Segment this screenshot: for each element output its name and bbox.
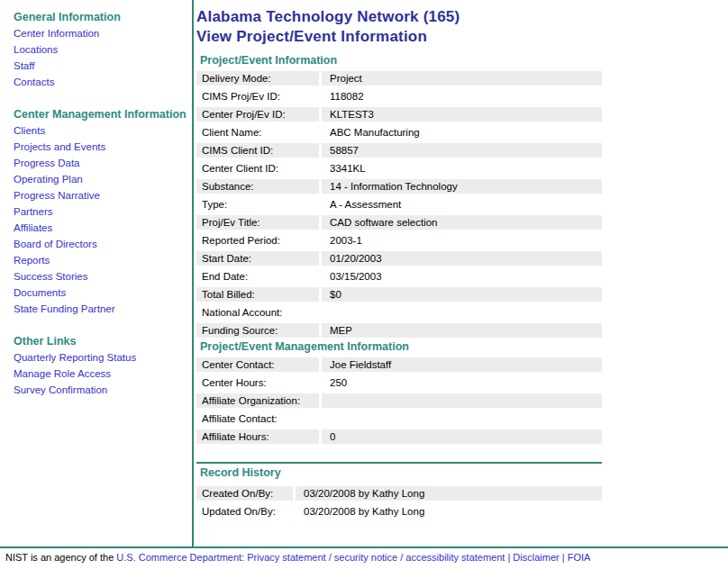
field-label-cims-client-id: CIMS Client ID: <box>196 143 319 158</box>
table-row: Funding Source: MEP <box>196 323 602 338</box>
field-label-reported-period: Reported Period: <box>196 233 319 248</box>
table-row: Client Name: ABC Manufacturing <box>196 125 602 140</box>
sidebar-item-projects-and-events[interactable]: Projects and Events <box>14 139 190 155</box>
footer-separator: / <box>329 552 332 563</box>
field-value-total-billed: $0 <box>322 287 602 302</box>
field-label-updated-on-by: Updated On/By: <box>196 504 293 519</box>
field-label-affiliate-organization: Affiliate Organization: <box>196 393 319 408</box>
table-row: Total Billed: $0 <box>196 287 602 302</box>
field-label-center-proj-ev-id: Center Proj/Ev ID: <box>196 107 319 122</box>
footer-separator: | <box>507 552 510 563</box>
table-row: Substance: 14 - Information Technology <box>196 179 602 194</box>
sidebar-item-manage-role-access[interactable]: Manage Role Access <box>14 366 190 382</box>
field-label-proj-ev-title: Proj/Ev Title: <box>196 215 319 230</box>
table-row: Center Contact: Joe Fieldstaff <box>196 357 602 372</box>
field-value-center-client-id: 3341KL <box>322 161 602 176</box>
section-record-history: Record History Created On/By: 03/20/2008… <box>196 462 602 519</box>
field-value-type: A - Assessment <box>322 197 602 212</box>
field-label-affiliate-hours: Affiliate Hours: <box>196 429 319 444</box>
field-value-delivery-mode: Project <box>322 71 602 86</box>
field-value-funding-source: MEP <box>322 323 602 338</box>
sidebar-section-header: Other Links <box>14 333 190 349</box>
table-row: Reported Period: 2003-1 <box>196 233 602 248</box>
field-value-cims-proj-ev-id: 118082 <box>322 89 602 104</box>
table-row: Proj/Ev Title: CAD software selection <box>196 215 602 230</box>
field-label-type: Type: <box>196 197 319 212</box>
sidebar-section-items: Clients Projects and Events Progress Dat… <box>14 122 190 317</box>
sidebar-item-affiliates[interactable]: Affiliates <box>14 220 190 236</box>
field-value-cims-client-id: 58857 <box>322 143 602 158</box>
field-label-cims-proj-ev-id: CIMS Proj/Ev ID: <box>196 89 319 104</box>
field-label-national-account: National Account: <box>196 305 319 320</box>
field-value-center-hours: 250 <box>322 375 602 390</box>
field-value-reported-period: 2003-1 <box>322 233 602 248</box>
sidebar-item-operating-plan[interactable]: Operating Plan <box>14 171 190 187</box>
table-row: Updated On/By: 03/20/2008 by Kathy Long <box>196 504 602 519</box>
table-row: End Date: 03/15/2003 <box>196 269 602 284</box>
section-divider <box>196 462 602 464</box>
footer-agency-text: NIST is an agency of the <box>5 552 114 563</box>
sidebar-item-state-funding-partner[interactable]: State Funding Partner <box>14 301 190 317</box>
field-label-center-hours: Center Hours: <box>196 375 319 390</box>
info-sections: Project/Event Information Delivery Mode:… <box>196 55 602 519</box>
table-row: Center Client ID: 3341KL <box>196 161 602 176</box>
table-row: Center Hours: 250 <box>196 375 602 390</box>
table-row: CIMS Client ID: 58857 <box>196 143 602 158</box>
field-label-client-name: Client Name: <box>196 125 319 140</box>
center-name-title: Alabama Technology Network (165) <box>196 7 602 27</box>
sidebar-item-success-stories[interactable]: Success Stories <box>14 268 190 284</box>
foia-link[interactable]: FOIA <box>568 552 591 563</box>
sidebar-section: Other Links Quarterly Reporting Status M… <box>14 333 190 398</box>
sidebar-item-center-information[interactable]: Center Information <box>14 25 190 41</box>
sidebar-item-progress-data[interactable]: Progress Data <box>14 155 190 171</box>
accessibility-statement-link[interactable]: accessibility statement <box>405 552 505 563</box>
sidebar-section-header: General Information <box>14 9 190 25</box>
field-value-substance: 14 - Information Technology <box>322 179 602 194</box>
section-project-event-information: Project/Event Information Delivery Mode:… <box>196 55 602 338</box>
sidebar-item-quarterly-reporting-status[interactable]: Quarterly Reporting Status <box>14 349 190 366</box>
field-table: Created On/By: 03/20/2008 by Kathy Long … <box>196 486 602 519</box>
field-label-center-contact: Center Contact: <box>196 357 319 372</box>
sidebar-item-progress-narrative[interactable]: Progress Narrative <box>14 187 190 203</box>
privacy-statement-link[interactable]: Privacy statement <box>247 552 325 563</box>
sidebar-item-clients[interactable]: Clients <box>14 122 190 139</box>
sidebar-item-locations[interactable]: Locations <box>14 41 190 58</box>
field-value-affiliate-organization <box>322 393 602 408</box>
sidebar-item-reports[interactable]: Reports <box>14 252 190 268</box>
table-row: Type: A - Assessment <box>196 197 602 212</box>
field-label-start-date: Start Date: <box>196 251 319 266</box>
sidebar: General Information Center Information L… <box>0 0 190 414</box>
view-title: View Project/Event Information <box>196 27 602 47</box>
field-value-end-date: 03/15/2003 <box>322 269 602 284</box>
field-value-updated-on-by: 03/20/2008 by Kathy Long <box>296 504 602 519</box>
field-label-affiliate-contact: Affiliate Contact: <box>196 411 319 426</box>
field-label-total-billed: Total Billed: <box>196 287 319 302</box>
sidebar-item-board-of-directors[interactable]: Board of Directors <box>14 236 190 252</box>
section-header: Project/Event Management Information <box>200 341 602 353</box>
security-notice-link[interactable]: security notice <box>334 552 397 563</box>
field-label-created-on-by: Created On/By: <box>196 486 293 501</box>
sidebar-section: General Information Center Information L… <box>14 9 190 90</box>
sidebar-item-contacts[interactable]: Contacts <box>14 74 190 90</box>
table-row: Start Date: 01/20/2003 <box>196 251 602 266</box>
sidebar-item-partners[interactable]: Partners <box>14 203 190 220</box>
table-row: Center Proj/Ev ID: KLTEST3 <box>196 107 602 122</box>
field-value-start-date: 01/20/2003 <box>322 251 602 266</box>
sidebar-item-survey-confirmation[interactable]: Survey Confirmation <box>14 382 190 398</box>
sidebar-item-staff[interactable]: Staff <box>14 58 190 74</box>
sidebar-item-documents[interactable]: Documents <box>14 284 190 301</box>
field-value-center-contact: Joe Fieldstaff <box>322 357 602 372</box>
field-label-funding-source: Funding Source: <box>196 323 319 338</box>
field-table: Delivery Mode: Project CIMS Proj/Ev ID: … <box>196 71 602 338</box>
table-row: Affiliate Contact: <box>196 411 602 426</box>
section-project-event-management-information: Project/Event Management Information Cen… <box>196 341 602 444</box>
field-value-center-proj-ev-id: KLTEST3 <box>322 107 602 122</box>
field-table: Center Contact: Joe Fieldstaff Center Ho… <box>196 357 602 444</box>
sidebar-section-header: Center Management Information <box>14 106 190 122</box>
commerce-dept-link[interactable]: U.S. Commerce Department: <box>116 552 244 563</box>
table-row: Delivery Mode: Project <box>196 71 602 86</box>
disclaimer-link[interactable]: Disclaimer <box>513 552 559 563</box>
table-row: Affiliate Organization: <box>196 393 602 408</box>
field-value-affiliate-hours: 0 <box>322 429 602 444</box>
sidebar-divider <box>192 0 194 546</box>
